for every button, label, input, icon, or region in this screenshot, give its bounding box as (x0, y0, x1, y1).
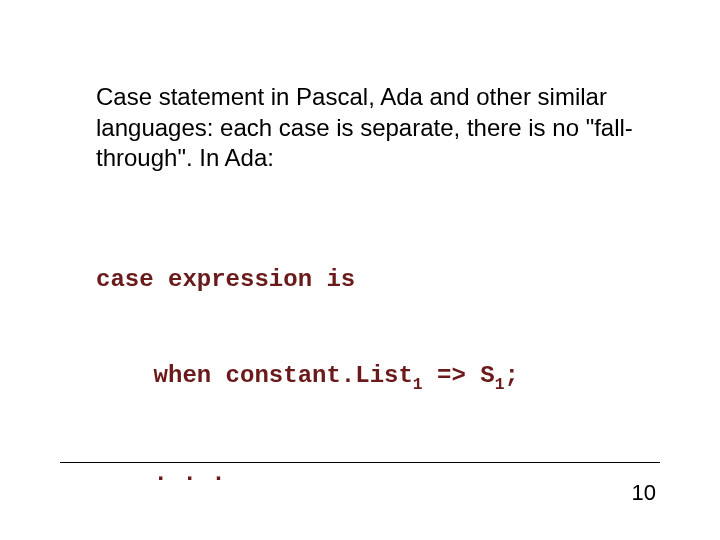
slide: Case statement in Pascal, Ada and other … (0, 0, 720, 540)
code-frag: ; (504, 362, 518, 389)
subscript: 1 (495, 375, 505, 394)
subscript: 1 (413, 375, 423, 394)
divider-line (60, 462, 660, 463)
page-number: 10 (632, 480, 656, 506)
code-frag: when constant.List (96, 362, 413, 389)
code-block: case expression is when constant.List1 =… (96, 200, 656, 540)
code-line-1: case expression is (96, 264, 656, 296)
code-line-2: when constant.List1 => S1; (96, 360, 656, 394)
paragraph-text: Case statement in Pascal, Ada and other … (96, 82, 636, 174)
code-frag: => S (423, 362, 495, 389)
